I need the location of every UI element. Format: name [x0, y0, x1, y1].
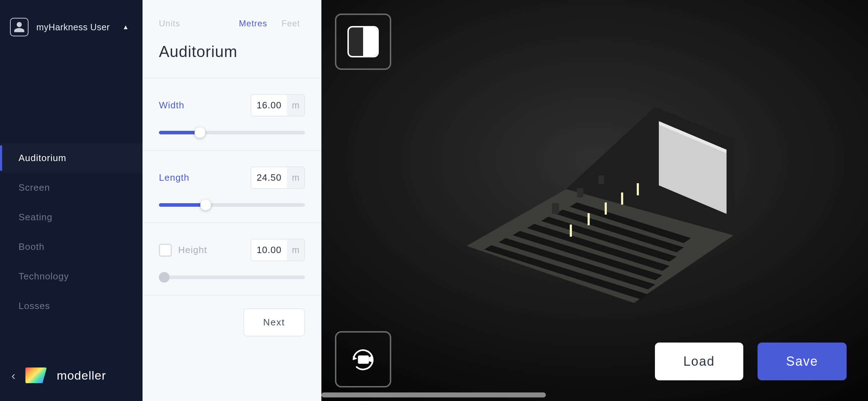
- svg-marker-5: [498, 238, 655, 289]
- next-button[interactable]: Next: [243, 308, 305, 336]
- back-icon[interactable]: ‹: [11, 369, 15, 382]
- settings-panel: Units Metres Feet Auditorium Width m Len…: [143, 0, 321, 401]
- viewport-actions: Load Save: [655, 343, 847, 380]
- width-input[interactable]: [251, 95, 287, 116]
- svg-marker-7: [527, 224, 670, 271]
- svg-marker-6: [513, 231, 662, 280]
- width-slider[interactable]: [159, 131, 305, 134]
- length-input[interactable]: [251, 167, 287, 188]
- svg-marker-8: [541, 217, 677, 262]
- camera-reset-button[interactable]: [335, 331, 391, 387]
- nav-item-auditorium[interactable]: Auditorium: [0, 143, 143, 173]
- svg-marker-0: [466, 189, 734, 303]
- nav-item-seating[interactable]: Seating: [0, 202, 143, 232]
- svg-rect-18: [598, 175, 604, 184]
- svg-rect-14: [621, 192, 623, 205]
- param-length-label: Length: [159, 172, 244, 183]
- svg-rect-15: [637, 183, 639, 195]
- save-button[interactable]: Save: [758, 343, 847, 380]
- user-name: myHarkness User: [36, 22, 110, 32]
- svg-marker-9: [556, 210, 684, 252]
- svg-marker-20: [369, 355, 373, 363]
- param-height: Height m: [143, 222, 321, 295]
- length-slider[interactable]: [159, 203, 305, 207]
- viewport-scrollbar[interactable]: [321, 392, 868, 397]
- nav-item-losses[interactable]: Losses: [0, 291, 143, 321]
- svg-rect-16: [552, 203, 559, 214]
- avatar-icon: [10, 18, 29, 36]
- contrast-toggle[interactable]: [335, 14, 391, 70]
- nav-item-booth[interactable]: Booth: [0, 232, 143, 262]
- units-selector: Units Metres Feet: [143, 0, 321, 36]
- unit-feet[interactable]: Feet: [281, 19, 300, 29]
- svg-rect-11: [570, 225, 572, 237]
- param-width-input-wrap: m: [250, 94, 305, 117]
- unit-metres[interactable]: Metres: [239, 19, 267, 29]
- auditorium-scene: [434, 82, 755, 303]
- units-label: Units: [159, 19, 225, 29]
- caret-up-icon: ▲: [123, 24, 129, 31]
- svg-marker-3: [659, 121, 727, 153]
- nav-sidebar: myHarkness User ▲ Auditorium Screen Seat…: [0, 0, 143, 401]
- param-length: Length m: [143, 150, 321, 222]
- svg-marker-4: [484, 245, 648, 299]
- svg-rect-17: [577, 188, 583, 197]
- brand-name: modeller: [57, 369, 106, 382]
- param-height-input-wrap: m: [250, 239, 305, 261]
- brand-logo-icon: [25, 367, 47, 383]
- viewport-3d[interactable]: Load Save: [321, 0, 868, 401]
- nav-spacer: [0, 43, 143, 143]
- brand-row: ‹ modeller: [0, 353, 143, 401]
- param-width: Width m: [143, 78, 321, 150]
- param-width-label: Width: [159, 100, 244, 111]
- length-unit: m: [287, 167, 304, 188]
- contrast-icon: [349, 27, 377, 56]
- svg-marker-2: [659, 121, 727, 214]
- svg-rect-19: [358, 355, 369, 364]
- height-unit: m: [287, 240, 304, 261]
- nav-list: Auditorium Screen Seating Booth Technolo…: [0, 143, 143, 321]
- svg-marker-10: [570, 202, 691, 243]
- height-input[interactable]: [251, 240, 287, 261]
- param-length-input-wrap: m: [250, 166, 305, 189]
- svg-rect-13: [605, 202, 607, 215]
- param-height-label: Height: [178, 245, 244, 256]
- width-unit: m: [287, 95, 304, 116]
- panel-title: Auditorium: [143, 36, 321, 78]
- svg-rect-12: [588, 213, 590, 225]
- next-row: Next: [143, 295, 321, 349]
- svg-marker-1: [566, 107, 734, 235]
- nav-item-screen[interactable]: Screen: [0, 173, 143, 202]
- nav-item-technology[interactable]: Technology: [0, 262, 143, 291]
- load-button[interactable]: Load: [655, 343, 743, 380]
- scrollbar-thumb[interactable]: [321, 392, 546, 397]
- height-slider[interactable]: [159, 276, 305, 279]
- height-checkbox[interactable]: [159, 244, 172, 257]
- user-menu[interactable]: myHarkness User ▲: [0, 0, 143, 43]
